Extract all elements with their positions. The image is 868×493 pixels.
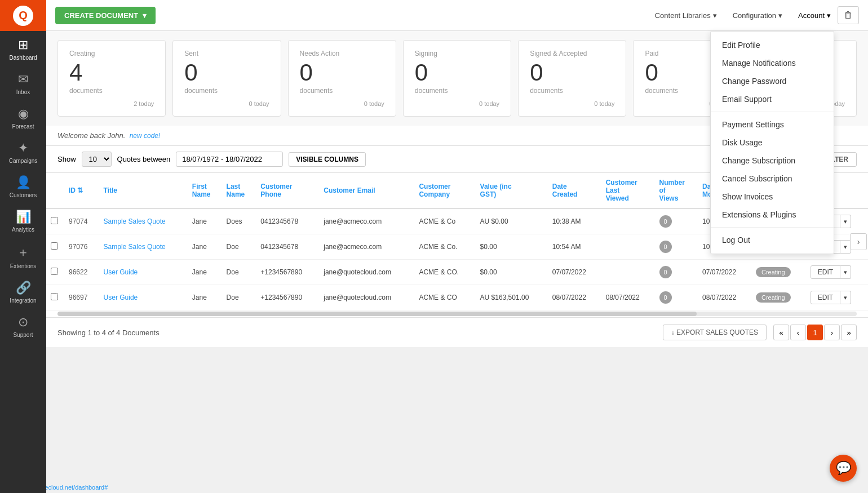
- col-header-company[interactable]: CustomerCompany: [414, 173, 475, 208]
- row-date-created: 10:38 AM: [548, 208, 601, 234]
- row-checkbox[interactable]: [51, 217, 58, 224]
- stat-sublabel: documents: [415, 87, 499, 95]
- stat-card-needs-action[interactable]: Needs Action 0 documents 0 today: [288, 40, 396, 117]
- trash-button[interactable]: 🗑: [838, 6, 859, 24]
- row-title-link[interactable]: User Guide: [104, 268, 138, 276]
- stat-card-creating[interactable]: Creating 4 documents 2 today: [57, 40, 166, 117]
- dropdown-item-show-invoices[interactable]: Show Invoices: [711, 188, 834, 206]
- row-title-link[interactable]: Sample Sales Quote: [104, 217, 166, 225]
- main-area: CREATE DOCUMENT ▾ Content Libraries ▾ Co…: [46, 0, 868, 493]
- row-value: AU $163,501.00: [476, 285, 548, 310]
- new-code-link[interactable]: new code!: [130, 132, 161, 140]
- row-date-created: 10:54 AM: [548, 234, 601, 260]
- row-title-link[interactable]: Sample Sales Quote: [104, 243, 166, 251]
- dropdown-item-email-support[interactable]: Email Support: [711, 90, 834, 108]
- stat-number: 4: [69, 61, 154, 85]
- nav-configuration[interactable]: Configuration ▾: [726, 8, 789, 23]
- sidebar-item-analytics[interactable]: 📊Analytics: [0, 203, 46, 237]
- stat-label: Creating: [69, 50, 154, 57]
- edit-dropdown-button[interactable]: ▾: [840, 215, 851, 228]
- logo-icon: Q: [13, 6, 33, 26]
- table-row: 96697 User Guide Jane Doe +1234567890 ja…: [46, 285, 868, 310]
- chat-button[interactable]: 💬: [830, 455, 857, 482]
- nav-account[interactable]: Account ▾: [791, 8, 838, 23]
- nav-content-libraries[interactable]: Content Libraries ▾: [648, 8, 724, 23]
- stat-sublabel: documents: [530, 87, 614, 95]
- row-email: jane@quotecloud.com: [319, 260, 414, 285]
- forecast-icon: ◉: [18, 106, 29, 121]
- row-checkbox[interactable]: [51, 242, 58, 250]
- page-next-button[interactable]: ›: [824, 325, 840, 340]
- show-select[interactable]: 10 25 50: [82, 152, 112, 167]
- page-prev-button[interactable]: ‹: [790, 325, 806, 340]
- sidebar-item-forecast[interactable]: ◉Forecast: [0, 100, 46, 134]
- col-header-title[interactable]: Title: [99, 173, 188, 208]
- logo[interactable]: Q: [0, 0, 46, 31]
- dropdown-divider: [711, 112, 834, 112]
- row-first-name: Jane: [188, 260, 222, 285]
- stat-number: 0: [184, 61, 269, 85]
- edit-dropdown-button[interactable]: ▾: [840, 265, 851, 279]
- row-title-link[interactable]: User Guide: [104, 294, 138, 301]
- topbar-nav: Content Libraries ▾ Configuration ▾ Acco…: [648, 8, 838, 23]
- dropdown-item-change-subscription[interactable]: Change Subscription: [711, 152, 834, 170]
- create-document-button[interactable]: CREATE DOCUMENT ▾: [55, 7, 156, 24]
- dropdown-item-manage-notifications[interactable]: Manage Notifications: [711, 54, 834, 72]
- stat-label: Signing: [415, 50, 499, 57]
- stat-sublabel: documents: [184, 87, 269, 95]
- show-label: Show: [57, 155, 76, 163]
- sidebar-item-dashboard[interactable]: ⊞Dashboard: [0, 31, 46, 65]
- row-phone: 0412345678: [256, 208, 319, 234]
- export-button[interactable]: ↓ EXPORT SALES QUOTES: [663, 325, 767, 340]
- pagination: « ‹ 1 › »: [773, 325, 857, 340]
- col-header-first-name[interactable]: FirstName: [188, 173, 222, 208]
- row-company: ACME & Co.: [414, 234, 475, 260]
- stat-label: Sent: [184, 50, 269, 57]
- page-last-button[interactable]: »: [841, 325, 857, 340]
- edit-button[interactable]: EDIT: [811, 291, 840, 304]
- table-row: 96622 User Guide Jane Doe +1234567890 ja…: [46, 260, 868, 285]
- col-header-id[interactable]: ID ⇅: [64, 173, 99, 208]
- col-header-email[interactable]: Customer Email: [319, 173, 414, 208]
- col-header-date-created[interactable]: DateCreated: [548, 173, 601, 208]
- col-header-customer-last-viewed[interactable]: CustomerLastViewed: [601, 173, 655, 208]
- edit-button[interactable]: EDIT: [811, 265, 840, 279]
- col-header-value[interactable]: Value (incGST): [476, 173, 548, 208]
- dropdown-item-extensions-plugins[interactable]: Extensions & Plugins: [711, 206, 834, 224]
- sidebar-item-integration[interactable]: 🔗Integration: [0, 274, 46, 308]
- campaigns-icon: ✦: [18, 141, 28, 156]
- col-header-last-name[interactable]: LastName: [222, 173, 256, 208]
- visible-columns-button[interactable]: VISIBLE COLUMNS: [289, 152, 366, 167]
- stat-today: 0 today: [184, 100, 269, 107]
- row-first-name: Jane: [188, 234, 222, 260]
- row-id: 96622: [64, 260, 99, 285]
- page-1-button[interactable]: 1: [807, 325, 823, 340]
- page-first-button[interactable]: «: [773, 325, 789, 340]
- row-email: jane@acmeco.com: [319, 234, 414, 260]
- row-views: 0: [655, 260, 698, 285]
- row-checkbox[interactable]: [51, 268, 58, 275]
- row-checkbox[interactable]: [51, 293, 58, 300]
- dropdown-item-cancel-subscription[interactable]: Cancel Subscription: [711, 170, 834, 188]
- stat-card-sent[interactable]: Sent 0 documents 0 today: [172, 40, 281, 117]
- col-header-phone[interactable]: CustomerPhone: [256, 173, 319, 208]
- stat-card-signing[interactable]: Signing 0 documents 0 today: [403, 40, 511, 117]
- dropdown-item-edit-profile[interactable]: Edit Profile: [711, 36, 834, 54]
- row-phone: 0412345678: [256, 234, 319, 260]
- content-libraries-arrow: ▾: [713, 11, 717, 20]
- sidebar-item-campaigns[interactable]: ✦Campaigns: [0, 134, 46, 168]
- stat-card-signed-&-accepted[interactable]: Signed & Accepted 0 documents 0 today: [518, 40, 626, 117]
- table-scroll-right[interactable]: ›: [850, 233, 867, 250]
- dropdown-item-payment-settings[interactable]: Payment Settings: [711, 116, 834, 134]
- edit-dropdown-button[interactable]: ▾: [840, 291, 851, 304]
- dropdown-item-log-out[interactable]: Log Out: [711, 231, 834, 249]
- sidebar-item-customers[interactable]: 👤Customers: [0, 168, 46, 203]
- col-header-views[interactable]: NumberofViews: [655, 173, 698, 208]
- dropdown-item-disk-usage[interactable]: Disk Usage: [711, 134, 834, 152]
- sidebar-item-extentions[interactable]: ＋Extentions: [0, 237, 46, 274]
- row-actions: EDIT ▾: [806, 285, 868, 310]
- dropdown-item-change-password[interactable]: Change Password: [711, 72, 834, 90]
- sidebar-item-support[interactable]: ⊙Support: [0, 308, 46, 343]
- date-range-input[interactable]: [176, 152, 283, 167]
- sidebar-item-inbox[interactable]: ✉Inbox: [0, 65, 46, 100]
